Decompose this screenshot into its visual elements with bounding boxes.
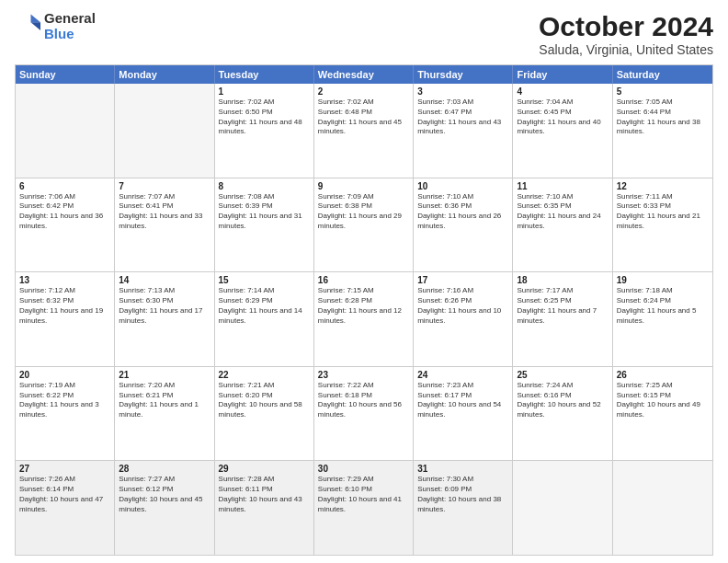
cell-info: Sunrise: 7:21 AM Sunset: 6:20 PM Dayligh… (219, 381, 310, 420)
calendar-cell: 14Sunrise: 7:13 AM Sunset: 6:30 PM Dayli… (115, 272, 214, 366)
cell-info: Sunrise: 7:02 AM Sunset: 6:50 PM Dayligh… (219, 98, 310, 137)
day-number: 15 (219, 275, 310, 285)
calendar-cell: 5Sunrise: 7:05 AM Sunset: 6:44 PM Daylig… (613, 84, 712, 178)
calendar-week-4: 27Sunrise: 7:26 AM Sunset: 6:14 PM Dayli… (16, 460, 712, 555)
day-number: 23 (318, 370, 409, 380)
cell-info: Sunrise: 7:11 AM Sunset: 6:33 PM Dayligh… (617, 192, 709, 232)
calendar-body: 1Sunrise: 7:02 AM Sunset: 6:50 PM Daylig… (16, 84, 712, 555)
day-number: 6 (19, 181, 110, 191)
header: General Blue October 2024 Saluda, Virgin… (15, 11, 713, 57)
header-day-saturday: Saturday (613, 65, 712, 84)
logo-icon (15, 11, 40, 37)
cell-info: Sunrise: 7:24 AM Sunset: 6:16 PM Dayligh… (517, 381, 608, 420)
day-number: 22 (219, 370, 310, 380)
calendar-cell: 1Sunrise: 7:02 AM Sunset: 6:50 PM Daylig… (215, 84, 314, 178)
svg-marker-0 (31, 15, 41, 23)
day-number: 18 (517, 275, 608, 285)
calendar-week-3: 20Sunrise: 7:19 AM Sunset: 6:22 PM Dayli… (16, 366, 712, 461)
cell-info: Sunrise: 7:15 AM Sunset: 6:28 PM Dayligh… (318, 286, 409, 326)
calendar-week-2: 13Sunrise: 7:12 AM Sunset: 6:32 PM Dayli… (16, 271, 712, 366)
cell-info: Sunrise: 7:25 AM Sunset: 6:15 PM Dayligh… (617, 381, 709, 420)
calendar-cell: 28Sunrise: 7:27 AM Sunset: 6:12 PM Dayli… (115, 461, 214, 555)
day-number: 12 (617, 181, 709, 191)
cell-info: Sunrise: 7:02 AM Sunset: 6:48 PM Dayligh… (318, 98, 409, 137)
calendar-cell (513, 461, 612, 555)
cell-info: Sunrise: 7:19 AM Sunset: 6:22 PM Dayligh… (19, 381, 110, 420)
calendar-cell: 16Sunrise: 7:15 AM Sunset: 6:28 PM Dayli… (314, 272, 414, 366)
calendar-week-1: 6Sunrise: 7:06 AM Sunset: 6:42 PM Daylig… (16, 178, 712, 272)
day-number: 8 (219, 181, 310, 191)
day-number: 17 (417, 275, 508, 285)
svg-rect-2 (15, 15, 31, 31)
calendar-cell: 25Sunrise: 7:24 AM Sunset: 6:16 PM Dayli… (513, 367, 612, 461)
day-number: 27 (19, 464, 110, 474)
calendar-cell: 15Sunrise: 7:14 AM Sunset: 6:29 PM Dayli… (215, 272, 314, 366)
day-number: 3 (417, 86, 508, 97)
calendar-cell: 23Sunrise: 7:22 AM Sunset: 6:18 PM Dayli… (314, 367, 414, 461)
cell-info: Sunrise: 7:22 AM Sunset: 6:18 PM Dayligh… (318, 381, 409, 420)
cell-info: Sunrise: 7:08 AM Sunset: 6:39 PM Dayligh… (219, 192, 310, 232)
header-day-friday: Friday (513, 65, 612, 84)
calendar-cell: 10Sunrise: 7:10 AM Sunset: 6:36 PM Dayli… (414, 178, 513, 272)
header-day-thursday: Thursday (414, 65, 513, 84)
header-day-sunday: Sunday (16, 65, 115, 84)
logo-blue: Blue (44, 27, 96, 42)
cell-info: Sunrise: 7:23 AM Sunset: 6:17 PM Dayligh… (417, 381, 508, 420)
header-day-monday: Monday (115, 65, 214, 84)
day-number: 29 (219, 464, 310, 474)
calendar-header: SundayMondayTuesdayWednesdayThursdayFrid… (16, 65, 712, 84)
calendar-cell: 18Sunrise: 7:17 AM Sunset: 6:25 PM Dayli… (513, 272, 612, 366)
calendar-cell: 31Sunrise: 7:30 AM Sunset: 6:09 PM Dayli… (414, 461, 513, 555)
day-number: 31 (417, 464, 508, 474)
logo-general: General (44, 11, 96, 27)
header-day-wednesday: Wednesday (314, 65, 414, 84)
cell-info: Sunrise: 7:05 AM Sunset: 6:44 PM Dayligh… (617, 98, 709, 137)
cell-info: Sunrise: 7:12 AM Sunset: 6:32 PM Dayligh… (19, 286, 110, 326)
cell-info: Sunrise: 7:26 AM Sunset: 6:14 PM Dayligh… (19, 475, 110, 514)
calendar-cell: 29Sunrise: 7:28 AM Sunset: 6:11 PM Dayli… (215, 461, 314, 555)
title-month: October 2024 (539, 11, 713, 42)
calendar-cell: 2Sunrise: 7:02 AM Sunset: 6:48 PM Daylig… (314, 84, 414, 178)
cell-info: Sunrise: 7:20 AM Sunset: 6:21 PM Dayligh… (119, 381, 210, 420)
day-number: 14 (119, 275, 210, 285)
cell-info: Sunrise: 7:09 AM Sunset: 6:38 PM Dayligh… (318, 192, 409, 232)
calendar-cell: 27Sunrise: 7:26 AM Sunset: 6:14 PM Dayli… (16, 461, 115, 555)
calendar-cell: 8Sunrise: 7:08 AM Sunset: 6:39 PM Daylig… (215, 178, 314, 272)
cell-info: Sunrise: 7:14 AM Sunset: 6:29 PM Dayligh… (219, 286, 310, 326)
page: General Blue October 2024 Saluda, Virgin… (0, 0, 728, 563)
logo-text: General Blue (44, 11, 96, 41)
cell-info: Sunrise: 7:10 AM Sunset: 6:35 PM Dayligh… (517, 192, 608, 232)
day-number: 21 (119, 370, 210, 380)
calendar-week-0: 1Sunrise: 7:02 AM Sunset: 6:50 PM Daylig… (16, 84, 712, 178)
calendar-cell: 22Sunrise: 7:21 AM Sunset: 6:20 PM Dayli… (215, 367, 314, 461)
calendar-cell: 21Sunrise: 7:20 AM Sunset: 6:21 PM Dayli… (115, 367, 214, 461)
cell-info: Sunrise: 7:04 AM Sunset: 6:45 PM Dayligh… (517, 98, 608, 137)
calendar-cell: 20Sunrise: 7:19 AM Sunset: 6:22 PM Dayli… (16, 367, 115, 461)
cell-info: Sunrise: 7:03 AM Sunset: 6:47 PM Dayligh… (417, 98, 508, 137)
day-number: 4 (517, 86, 608, 97)
day-number: 25 (517, 370, 608, 380)
title-block: October 2024 Saluda, Virginia, United St… (539, 11, 713, 57)
calendar-cell: 26Sunrise: 7:25 AM Sunset: 6:15 PM Dayli… (613, 367, 712, 461)
cell-info: Sunrise: 7:10 AM Sunset: 6:36 PM Dayligh… (417, 192, 508, 232)
cell-info: Sunrise: 7:06 AM Sunset: 6:42 PM Dayligh… (19, 192, 110, 232)
calendar-cell (16, 84, 115, 178)
cell-info: Sunrise: 7:16 AM Sunset: 6:26 PM Dayligh… (417, 286, 508, 326)
calendar-cell: 24Sunrise: 7:23 AM Sunset: 6:17 PM Dayli… (414, 367, 513, 461)
day-number: 19 (617, 275, 709, 285)
day-number: 5 (617, 86, 709, 97)
calendar-cell: 17Sunrise: 7:16 AM Sunset: 6:26 PM Dayli… (414, 272, 513, 366)
cell-info: Sunrise: 7:13 AM Sunset: 6:30 PM Dayligh… (119, 286, 210, 326)
calendar-cell: 6Sunrise: 7:06 AM Sunset: 6:42 PM Daylig… (16, 178, 115, 272)
title-location: Saluda, Virginia, United States (539, 42, 713, 57)
calendar-cell (613, 461, 712, 555)
day-number: 30 (318, 464, 409, 474)
day-number: 11 (517, 181, 608, 191)
day-number: 2 (318, 86, 409, 97)
cell-info: Sunrise: 7:17 AM Sunset: 6:25 PM Dayligh… (517, 286, 608, 326)
calendar-cell: 4Sunrise: 7:04 AM Sunset: 6:45 PM Daylig… (513, 84, 612, 178)
calendar-cell: 13Sunrise: 7:12 AM Sunset: 6:32 PM Dayli… (16, 272, 115, 366)
cell-info: Sunrise: 7:28 AM Sunset: 6:11 PM Dayligh… (219, 475, 310, 514)
cell-info: Sunrise: 7:30 AM Sunset: 6:09 PM Dayligh… (417, 475, 508, 514)
calendar-cell: 19Sunrise: 7:18 AM Sunset: 6:24 PM Dayli… (613, 272, 712, 366)
